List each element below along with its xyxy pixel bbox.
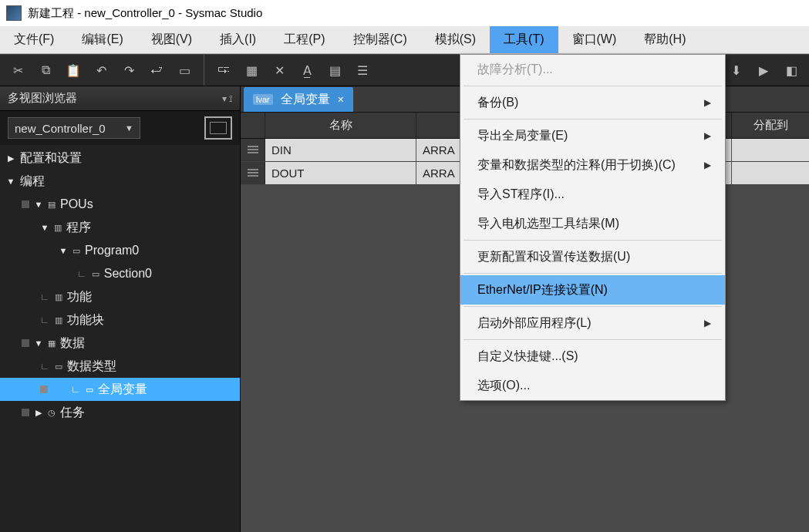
chevron-down-icon[interactable] [34, 200, 43, 209]
copy-icon[interactable]: ⧉ [32, 58, 59, 82]
menu-item[interactable]: 视图(V) [137, 26, 206, 53]
tool-icon[interactable]: ▤ [322, 58, 348, 82]
menu-item[interactable]: 工程(P) [270, 26, 339, 53]
tree-label: 功能 [67, 289, 92, 305]
menu-item-label: 故障分析(T)... [477, 62, 553, 78]
cell-name[interactable]: DOUT [265, 162, 416, 184]
row-grip[interactable] [241, 139, 265, 161]
chip-icon[interactable] [204, 116, 232, 140]
tool-icon[interactable]: ⬇ [723, 58, 749, 82]
tree-programming[interactable]: 编程 [0, 170, 240, 193]
menu-item[interactable]: 编辑(E) [68, 26, 137, 53]
chevron-down-icon[interactable] [34, 338, 43, 348]
tree-label: 配置和设置 [20, 150, 82, 167]
row-grip[interactable] [241, 162, 265, 184]
menu-item[interactable]: 更新配置和设置传送数据(U) [460, 242, 725, 271]
tools-dropdown: 故障分析(T)...备份(B)▶导出全局变量(E)▶变量和数据类型的注释(用于切… [460, 54, 726, 401]
tree-section0[interactable]: ∟ ▭ Section0 [0, 262, 240, 285]
menu-item-label: EtherNet/IP连接设置(N) [477, 282, 608, 298]
tree-label: 数据 [60, 335, 85, 352]
tool-icon[interactable]: ▶ [750, 58, 777, 82]
menu-item[interactable]: 导入ST程序(I)... [460, 180, 725, 209]
cell-alloc[interactable] [732, 139, 809, 161]
menu-item[interactable]: 插入(I) [206, 26, 270, 53]
menu-item-label: 导入ST程序(I)... [477, 187, 565, 203]
tree-function-blocks[interactable]: ∟ ▥ 功能块 [0, 308, 240, 332]
undo-icon[interactable]: ↶ [88, 58, 114, 82]
menu-item[interactable]: 导出全局变量(E)▶ [460, 121, 725, 150]
task-icon: ◷ [48, 408, 56, 418]
menu-item[interactable]: 窗口(W) [558, 26, 631, 53]
tool-icon[interactable]: ✕ [266, 58, 292, 82]
folder-icon: ▥ [54, 223, 62, 233]
menu-separator [463, 119, 722, 120]
tree-pous[interactable]: ▤ POUs [0, 193, 240, 216]
branch-icon: ∟ [40, 361, 49, 372]
tool-icon[interactable]: A̲ [294, 58, 320, 82]
close-icon[interactable]: × [338, 93, 344, 106]
menu-item[interactable]: 导入电机选型工具结果(M) [460, 209, 725, 238]
tree-label: 数据类型 [67, 359, 116, 375]
menu-item[interactable]: 文件(F) [0, 26, 68, 53]
controller-name: new_Controller_0 [15, 122, 106, 135]
tab-label: 全局变量 [281, 92, 330, 108]
tree-functions[interactable]: ∟ ▥ 功能 [0, 285, 240, 308]
type-icon: ▭ [55, 362, 62, 372]
controller-row: new_Controller_0 ▼ [0, 111, 240, 145]
tree-label: POUs [60, 197, 93, 211]
menu-separator [463, 339, 722, 340]
th-name[interactable]: 名称 [265, 113, 416, 138]
tree-datatypes[interactable]: ∟ ▭ 数据类型 [0, 355, 240, 378]
chevron-down-icon[interactable] [40, 223, 49, 232]
titlebar: 新建工程 - new_Controller_0 - Sysmac Studio [0, 0, 809, 26]
branch-icon: ∟ [40, 315, 49, 325]
chevron-down-icon[interactable] [59, 246, 68, 255]
cell-alloc[interactable] [732, 162, 809, 184]
chevron-down-icon[interactable] [6, 177, 15, 186]
tree-globalvars[interactable]: ∟ ▭ 全局变量 [0, 378, 240, 401]
bullet-icon [22, 339, 29, 347]
menu-item[interactable]: 备份(B)▶ [460, 88, 725, 117]
tree-config[interactable]: 配置和设置 [0, 146, 240, 170]
tool-icon[interactable]: ▦ [238, 58, 265, 82]
menu-item-label: 选项(O)... [477, 378, 530, 394]
menu-item[interactable]: 工具(T) [490, 26, 558, 53]
menu-item[interactable]: 帮助(H) [630, 26, 699, 53]
chevron-right-icon[interactable] [6, 153, 15, 163]
chevron-right-icon: ▶ [704, 318, 711, 328]
cell-name[interactable]: DIN [265, 139, 416, 161]
tree-data[interactable]: ▦ 数据 [0, 332, 240, 355]
menubar: 文件(F)编辑(E)视图(V)插入(I)工程(P)控制器(C)模拟(S)工具(T… [0, 26, 809, 54]
menu-item[interactable]: 启动外部应用程序(L)▶ [460, 308, 725, 338]
tool-icon[interactable]: ◧ [778, 58, 804, 82]
folder-icon: ▥ [55, 315, 62, 325]
tool-icon[interactable]: ☰ [349, 58, 376, 82]
cut-icon[interactable]: ✂ [5, 58, 31, 82]
tree-label: 任务 [60, 405, 85, 421]
window-title: 新建工程 - new_Controller_0 - Sysmac Studio [28, 6, 262, 21]
tree-program0[interactable]: ▭ Program0 [0, 239, 240, 262]
menu-separator [463, 273, 722, 274]
redo-icon[interactable]: ↷ [116, 58, 142, 82]
sidebar: 多视图浏览器 ▾ ⟟ new_Controller_0 ▼ 配置和设置 编程 ▤ [0, 86, 241, 532]
controller-select[interactable]: new_Controller_0 ▼ [8, 117, 140, 139]
menu-item[interactable]: 控制器(C) [339, 26, 421, 53]
tool-icon[interactable]: ⮓ [211, 58, 237, 82]
back-icon[interactable]: ⮐ [143, 58, 170, 82]
menu-item[interactable]: 选项(O)... [460, 371, 725, 400]
menu-item[interactable]: 变量和数据类型的注释(用于切换)(C)▶ [460, 150, 725, 180]
pin-icon[interactable]: ▾ ⟟ [222, 93, 232, 104]
tab-globalvars[interactable]: lvar 全局变量 × [244, 87, 353, 112]
tree-tasks[interactable]: ◷ 任务 [0, 401, 240, 424]
section-icon: ▭ [92, 269, 99, 279]
menu-item[interactable]: 自定义快捷键...(S) [460, 342, 725, 371]
app-icon [6, 5, 22, 21]
menu-item[interactable]: 模拟(S) [421, 26, 490, 53]
menu-item[interactable]: EtherNet/IP连接设置(N) [460, 275, 725, 305]
chevron-right-icon[interactable] [34, 408, 43, 418]
page-icon[interactable]: ▭ [171, 58, 197, 82]
tree-programs[interactable]: ▥ 程序 [0, 216, 240, 239]
menu-item-label: 导出全局变量(E) [477, 128, 568, 144]
paste-icon[interactable]: 📋 [60, 58, 86, 82]
th-alloc[interactable]: 分配到 [732, 113, 809, 138]
